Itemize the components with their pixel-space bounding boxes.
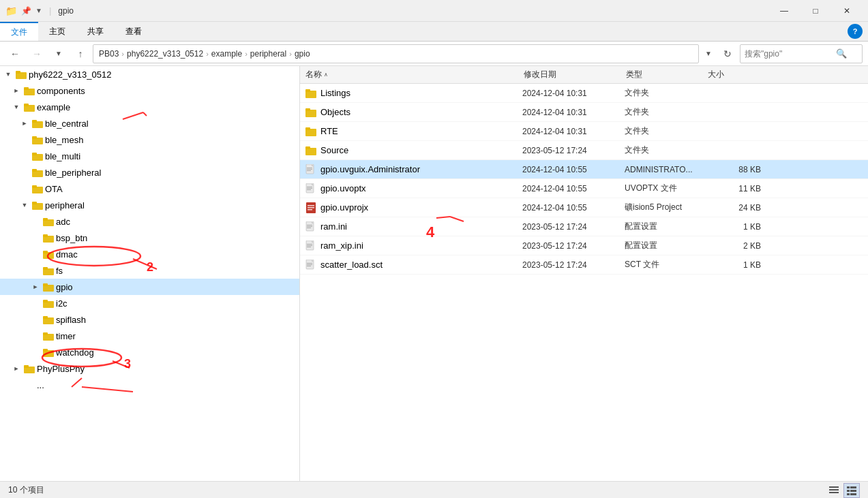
search-input[interactable] <box>745 49 833 59</box>
tree-item-adc[interactable]: adc <box>0 213 299 230</box>
maximize-button[interactable]: □ <box>800 0 831 22</box>
tree-item-peripheral[interactable]: ▼ peripheral <box>0 197 299 213</box>
tree-item-bsp_btn[interactable]: bsp_btn <box>0 230 299 246</box>
col-header-size[interactable]: 大小 <box>708 69 762 80</box>
help-button[interactable]: ? <box>848 24 863 39</box>
folder-icon-gpio <box>43 281 54 292</box>
expand-btn-i2c[interactable] <box>30 298 41 309</box>
tree-item-timer[interactable]: timer <box>0 328 299 344</box>
expand-btn-ble_peripheral[interactable] <box>19 167 30 178</box>
expand-btn-ble_multi[interactable] <box>19 151 30 161</box>
tree-item-example[interactable]: ▼ example <box>0 99 299 115</box>
tab-home[interactable]: 主页 <box>38 22 76 41</box>
file-size: 88 KB <box>706 165 761 174</box>
view-detail-button[interactable] <box>843 483 860 498</box>
tree-item-ble_peripheral[interactable]: ble_peripheral <box>0 164 299 181</box>
svg-rect-19 <box>43 218 48 221</box>
refresh-button[interactable]: ↻ <box>718 44 737 63</box>
title-text: gpio <box>58 6 74 16</box>
tree-label-ble_multi: ble_multi <box>45 151 80 161</box>
path-example: example <box>211 49 242 59</box>
expand-btn-components[interactable]: ► <box>11 85 22 96</box>
tree-item-gpio[interactable]: ► gpio <box>0 279 299 295</box>
svg-rect-31 <box>43 316 48 319</box>
title-dropdown-icon[interactable]: ▼ <box>35 7 42 14</box>
address-dropdown-button[interactable]: ▼ <box>702 44 715 63</box>
tree-item-ble_multi[interactable]: ble_multi <box>0 148 299 164</box>
expand-btn-dmac[interactable] <box>30 249 41 260</box>
file-type: SCT 文件 <box>625 259 706 270</box>
col-header-date[interactable]: 修改日期 <box>524 69 626 80</box>
folder-icon-dmac <box>43 249 54 260</box>
tab-share[interactable]: 共享 <box>76 22 115 41</box>
file-row[interactable]: Listings2024-12-04 10:31文件夹 <box>300 84 868 103</box>
file-name: Source <box>320 145 522 155</box>
search-box: 🔍 <box>740 44 863 63</box>
minimize-button[interactable]: — <box>768 0 800 22</box>
recent-button[interactable]: ▼ <box>49 44 68 63</box>
file-row[interactable]: ram.ini2023-05-12 17:24配置设置1 KB <box>300 217 868 236</box>
tree-item-watchdog[interactable]: watchdog <box>0 344 299 360</box>
up-button[interactable]: ↑ <box>71 44 90 63</box>
file-row[interactable]: Source2023-05-12 17:24文件夹 <box>300 141 868 160</box>
expand-btn-peripheral[interactable]: ▼ <box>19 200 30 211</box>
file-row[interactable]: gpio.uvprojx2024-12-04 10:55礦ision5 Proj… <box>300 198 868 217</box>
view-list-button[interactable] <box>826 483 842 498</box>
expand-btn-OTA[interactable] <box>19 183 30 194</box>
expand-btn-ble_central[interactable]: ► <box>19 118 30 129</box>
tree-item-phy6222[interactable]: ▼ phy6222_v313_0512 <box>0 66 299 82</box>
svg-rect-80 <box>847 490 850 492</box>
ribbon: 文件 主页 共享 查看 ? <box>0 22 868 42</box>
file-row[interactable]: RTE2024-12-04 10:31文件夹 <box>300 122 868 141</box>
tab-view[interactable]: 查看 <box>115 22 153 41</box>
expand-btn-PhyPlusPhy[interactable]: ► <box>11 363 22 374</box>
tree-item-i2c[interactable]: i2c <box>0 295 299 311</box>
tab-file[interactable]: 文件 <box>0 22 38 41</box>
file-row[interactable]: scatter_load.sct2023-05-12 17:24SCT 文件1 … <box>300 255 868 275</box>
expand-btn-watchdog[interactable] <box>30 347 41 358</box>
svg-rect-79 <box>850 486 856 488</box>
close-button[interactable]: ✕ <box>831 0 863 22</box>
expand-btn-gpio[interactable]: ► <box>30 281 41 292</box>
search-button[interactable]: 🔍 <box>836 48 847 59</box>
title-quick-access-icon[interactable]: 📁 <box>5 5 17 16</box>
expand-btn-phy6222[interactable]: ▼ <box>3 69 14 80</box>
status-bar: 10 个项目 <box>0 481 868 498</box>
tree-item-fs[interactable]: fs <box>0 262 299 279</box>
expand-btn-more[interactable] <box>11 379 22 390</box>
tree-item-ble_central[interactable]: ► ble_central <box>0 115 299 131</box>
file-row[interactable]: gpio.uvoptx2024-12-04 10:55UVOPTX 文件11 K… <box>300 179 868 198</box>
tree-item-more[interactable]: ... <box>0 377 299 393</box>
file-row[interactable]: ram_xip.ini2023-05-12 17:24配置设置2 KB <box>300 236 868 255</box>
tree-item-ble_mesh[interactable]: ble_mesh <box>0 131 299 148</box>
file-type: 文件夹 <box>625 87 706 99</box>
svg-rect-67 <box>307 244 312 245</box>
back-button[interactable]: ← <box>5 44 25 63</box>
file-row[interactable]: Objects2024-12-04 10:31文件夹 <box>300 103 868 122</box>
svg-rect-73 <box>307 264 312 265</box>
expand-btn-bsp_btn[interactable] <box>30 232 41 243</box>
expand-btn-ble_mesh[interactable] <box>19 134 30 145</box>
file-row[interactable]: gpio.uvguix.Administrator2024-12-04 10:5… <box>300 160 868 179</box>
expand-btn-timer[interactable] <box>30 330 41 341</box>
expand-btn-example[interactable]: ▼ <box>11 102 22 112</box>
folder-icon-components <box>24 85 35 96</box>
tree-label-ble_peripheral: ble_peripheral <box>45 168 101 178</box>
forward-button[interactable]: → <box>27 44 46 63</box>
tree-item-PhyPlusPhy[interactable]: ► PhyPlusPhy <box>0 360 299 377</box>
expand-btn-adc[interactable] <box>30 216 41 227</box>
col-header-name[interactable]: 名称 ∧ <box>305 69 524 80</box>
expand-btn-fs[interactable] <box>30 265 41 276</box>
status-count: 10 个项目 <box>8 484 44 496</box>
tree-item-spiflash[interactable]: spiflash <box>0 311 299 328</box>
svg-rect-58 <box>308 207 314 208</box>
tree-item-components[interactable]: ► components <box>0 82 299 99</box>
col-header-type[interactable]: 类型 <box>626 69 708 80</box>
tree-item-dmac[interactable]: dmac <box>0 246 299 262</box>
tree-item-OTA[interactable]: OTA <box>0 181 299 197</box>
svg-rect-62 <box>307 225 312 225</box>
expand-btn-spiflash[interactable] <box>30 314 41 325</box>
file-icon <box>305 240 316 251</box>
title-pin-icon[interactable]: 📌 <box>21 6 31 16</box>
address-path[interactable]: PB03 › phy6222_v313_0512 › example › per… <box>93 44 699 63</box>
